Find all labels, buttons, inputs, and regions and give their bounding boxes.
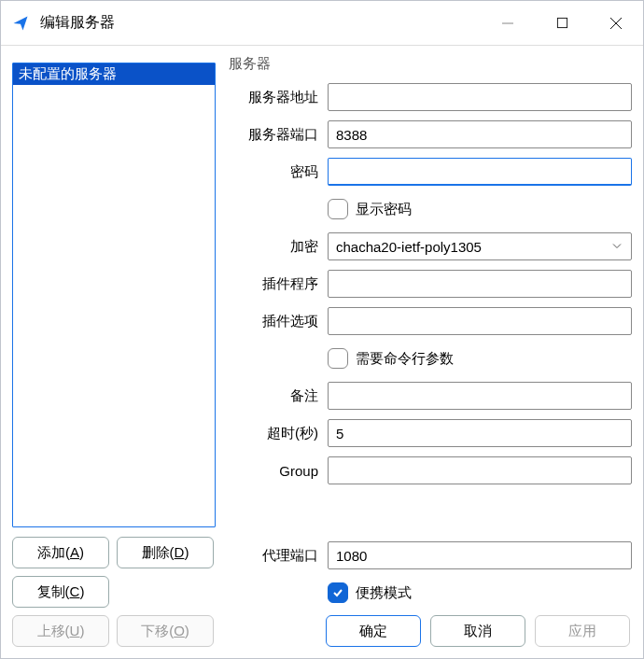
window-title: 编辑服务器 <box>40 13 115 33</box>
copy-button[interactable]: 复制(C) <box>12 576 109 608</box>
timeout-input[interactable] <box>328 419 632 447</box>
portable-checkbox[interactable] <box>328 582 348 603</box>
plugin-opts-label: 插件选项 <box>229 313 328 330</box>
movedown-button: 下移(O) <box>117 615 214 647</box>
maximize-button[interactable] <box>535 1 589 45</box>
delete-button[interactable]: 删除(D) <box>117 537 214 568</box>
list-item[interactable]: 未配置的服务器 <box>13 63 215 85</box>
group-field-input[interactable] <box>328 456 632 484</box>
password-label: 密码 <box>229 163 328 181</box>
server-list[interactable]: 未配置的服务器 <box>12 63 216 527</box>
minimize-button[interactable] <box>481 1 535 45</box>
form: 服务器地址 服务器端口 密码 显示密码 <box>229 77 632 485</box>
footer-buttons: 确定 取消 应用 <box>229 615 632 647</box>
server-port-label: 服务器端口 <box>229 126 328 144</box>
group-field-label: Group <box>229 463 328 479</box>
close-button[interactable] <box>589 1 643 45</box>
server-addr-label: 服务器地址 <box>229 89 328 106</box>
proxy-port-input[interactable] <box>328 541 632 569</box>
window: 编辑服务器 未配置的服务器 添加(A) 删除(D) 复制(C) 上 <box>0 0 644 659</box>
apply-button: 应用 <box>535 615 630 647</box>
server-addr-input[interactable] <box>328 83 632 111</box>
moveup-button: 上移(U) <box>12 615 109 647</box>
remark-input[interactable] <box>328 382 632 410</box>
cancel-button[interactable]: 取消 <box>430 615 525 647</box>
remark-label: 备注 <box>229 387 328 405</box>
app-icon <box>10 13 31 34</box>
list-buttons: 添加(A) 删除(D) 复制(C) 上移(U) 下移(O) <box>12 537 216 647</box>
proxy-port-label: 代理端口 <box>229 547 328 565</box>
cli-args-checkbox[interactable] <box>328 348 348 369</box>
portable-label: 便携模式 <box>356 584 412 602</box>
group-label: 服务器 <box>229 55 632 73</box>
add-button[interactable]: 添加(A) <box>12 537 109 568</box>
encryption-select[interactable] <box>328 232 632 260</box>
plugin-opts-input[interactable] <box>328 307 632 335</box>
titlebar: 编辑服务器 <box>1 1 643 46</box>
ok-button[interactable]: 确定 <box>326 615 421 647</box>
left-column: 未配置的服务器 添加(A) 删除(D) 复制(C) 上移(U) 下移(O) <box>12 55 216 647</box>
svg-rect-1 <box>557 18 567 27</box>
plugin-prog-label: 插件程序 <box>229 275 328 293</box>
show-password-label: 显示密码 <box>356 201 412 218</box>
timeout-label: 超时(秒) <box>229 425 328 442</box>
bottom-area: 代理端口 便携模式 确定 取消 应用 <box>229 533 632 647</box>
server-port-input[interactable] <box>328 120 632 148</box>
cli-args-label: 需要命令行参数 <box>356 350 454 368</box>
plugin-prog-input[interactable] <box>328 270 632 298</box>
encryption-label: 加密 <box>229 238 328 256</box>
password-input[interactable] <box>328 158 632 186</box>
show-password-checkbox[interactable] <box>328 199 348 219</box>
right-column: 服务器 服务器地址 服务器端口 密码 <box>229 55 632 647</box>
content: 未配置的服务器 添加(A) 删除(D) 复制(C) 上移(U) 下移(O) 服务… <box>1 46 643 658</box>
